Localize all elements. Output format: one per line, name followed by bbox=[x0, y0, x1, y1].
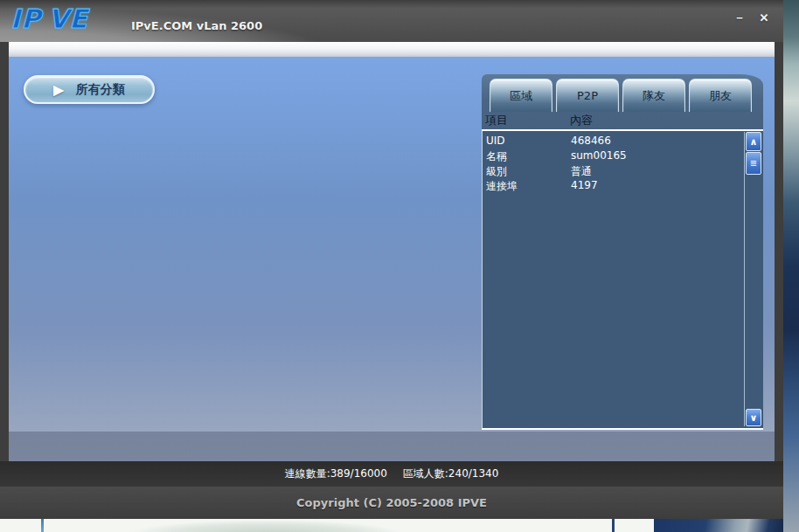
scroll-down-button[interactable]: ∨ bbox=[746, 409, 761, 426]
info-panel: 區域 P2P 隊友 朋友 項目 內容 bbox=[482, 74, 763, 430]
status-bar: 連線數量:389/16000 區域人數:240/1340 bbox=[0, 461, 783, 487]
tab-label: 朋友 bbox=[709, 88, 732, 104]
row-item-value: 468466 bbox=[571, 135, 611, 147]
background-wave bbox=[9, 432, 775, 461]
wallpaper-smudge bbox=[122, 521, 411, 532]
tab-bar: 區域 P2P 隊友 朋友 bbox=[490, 79, 752, 112]
scrollbar-thumb[interactable]: ≡ bbox=[746, 152, 761, 175]
desktop-wallpaper-bottom bbox=[0, 519, 783, 532]
tab-label: 區域 bbox=[510, 88, 532, 104]
desktop: IP VE IPvE.COM vLan 2600 − ✕ ▶ 所有分類 bbox=[0, 0, 799, 532]
row-item-label: 名稱 bbox=[486, 149, 507, 164]
wallpaper-brush-stroke bbox=[612, 519, 615, 532]
region-people-count: 區域人數:240/1340 bbox=[403, 466, 499, 481]
tab-p2p[interactable]: P2P bbox=[556, 79, 619, 112]
scroll-up-button[interactable]: ∧ bbox=[746, 132, 761, 151]
desktop-wallpaper-right bbox=[783, 0, 799, 532]
copyright-text: Copyright (C) 2005-2008 IPVE bbox=[296, 496, 487, 509]
vertical-scrollbar[interactable]: ∧ ≡ ∨ bbox=[744, 132, 762, 426]
info-table: UID 468466 名稱 sum00165 級別 普通 連接埠 4197 bbox=[482, 131, 763, 428]
row-item-label: 級別 bbox=[486, 164, 507, 179]
footer-bar: Copyright (C) 2005-2008 IPVE bbox=[0, 487, 783, 519]
all-categories-label: 所有分類 bbox=[76, 82, 125, 98]
column-header-item: 項目 bbox=[485, 113, 508, 128]
table-header: 項目 內容 bbox=[482, 113, 763, 129]
tab-label: 隊友 bbox=[643, 88, 665, 104]
all-categories-button[interactable]: ▶ 所有分類 bbox=[24, 75, 155, 104]
wallpaper-brush-stroke bbox=[41, 519, 44, 532]
tab-teammates[interactable]: 隊友 bbox=[622, 79, 685, 112]
minimize-icon: − bbox=[736, 11, 743, 24]
play-icon: ▶ bbox=[53, 83, 64, 96]
window-controls: − ✕ bbox=[733, 11, 771, 25]
chevron-down-icon: ∨ bbox=[750, 413, 758, 423]
logo-ve-letters: VE bbox=[48, 3, 88, 34]
connections-count: 連線數量:389/16000 bbox=[285, 466, 387, 481]
main-content: ▶ 所有分類 區域 P2P 隊友 朋友 bbox=[9, 57, 775, 461]
tab-friends[interactable]: 朋友 bbox=[689, 79, 752, 112]
column-header-value: 內容 bbox=[570, 113, 593, 128]
chevron-up-icon: ∧ bbox=[750, 137, 758, 147]
content-gloss-strip bbox=[9, 42, 775, 57]
tab-label: P2P bbox=[577, 89, 598, 102]
grip-icon: ≡ bbox=[750, 159, 757, 168]
title-bar[interactable]: IP VE IPvE.COM vLan 2600 − ✕ bbox=[0, 0, 783, 42]
tab-region[interactable]: 區域 bbox=[490, 79, 552, 112]
panel-bottom-border bbox=[482, 428, 763, 430]
table-row: 級別 普通 bbox=[483, 163, 763, 178]
app-logo: IP VE bbox=[10, 3, 88, 34]
minimize-button[interactable]: − bbox=[733, 11, 747, 25]
row-item-label: UID bbox=[486, 135, 505, 147]
close-icon: ✕ bbox=[760, 11, 769, 24]
logo-ip-letters: IP bbox=[10, 3, 41, 34]
row-item-label: 連接埠 bbox=[486, 179, 518, 194]
row-item-value: sum00165 bbox=[571, 149, 627, 162]
table-row: 連接埠 4197 bbox=[483, 178, 763, 193]
table-row: 名稱 sum00165 bbox=[483, 149, 763, 163]
row-item-value: 普通 bbox=[571, 164, 592, 179]
app-window: IP VE IPvE.COM vLan 2600 − ✕ ▶ 所有分類 bbox=[0, 0, 783, 519]
close-button[interactable]: ✕ bbox=[757, 11, 771, 25]
window-title: IPvE.COM vLan 2600 bbox=[131, 19, 262, 32]
row-item-value: 4197 bbox=[571, 179, 598, 191]
table-row: UID 468466 bbox=[483, 134, 763, 149]
wallpaper-dark-patch bbox=[654, 519, 783, 532]
